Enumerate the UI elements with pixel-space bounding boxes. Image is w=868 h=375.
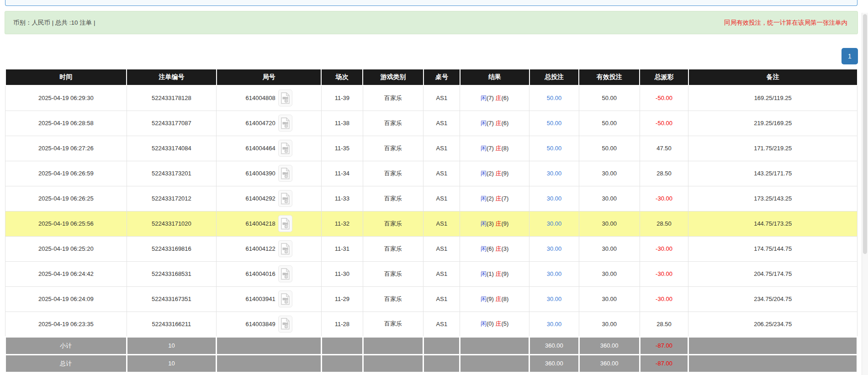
video-replay-button[interactable]	[278, 90, 292, 106]
total-bet-link[interactable]: 30.00	[547, 321, 562, 327]
cell-time: 2025-04-19 06:29:30	[5, 85, 127, 111]
cell-payout: 28.50	[640, 211, 688, 236]
video-replay-button[interactable]	[278, 190, 292, 207]
round-number: 614003849	[246, 321, 275, 327]
video-replay-button[interactable]	[278, 215, 292, 232]
video-replay-button[interactable]	[278, 240, 292, 257]
cell-session: 11-34	[321, 161, 363, 186]
cell-game-type: 百家乐	[363, 136, 423, 161]
total-bet-link[interactable]: 30.00	[547, 195, 562, 202]
column-header-round: 局号	[217, 69, 322, 85]
subtotal-total-bet: 360.00	[529, 337, 579, 354]
summary-bar: 币别：人民币 | 总共 :10 注单 | 同局有效投注，统一计算在该局第一张注单…	[5, 11, 858, 34]
cell-payout: -30.00	[640, 261, 688, 286]
cell-round: 614003849	[217, 312, 322, 337]
subtotal-label: 小计	[5, 337, 127, 354]
scrollbar-thumb[interactable]	[863, 14, 867, 254]
cell-session: 11-33	[321, 186, 363, 211]
subtotal-payout: -87.00	[640, 337, 688, 354]
player-label: 闲	[481, 145, 487, 152]
video-file-icon	[281, 143, 290, 154]
cell-round: 614004720	[217, 111, 322, 136]
player-label: 闲	[481, 195, 487, 202]
column-header-table-no: 桌号	[423, 69, 460, 85]
player-label: 闲	[481, 245, 487, 252]
cell-result: 闲(7) 庄(6)	[460, 85, 529, 111]
video-replay-button[interactable]	[278, 165, 292, 182]
total-payout: -87.00	[640, 354, 688, 372]
total-bet-link[interactable]: 30.00	[547, 220, 562, 227]
total-bet-link[interactable]: 30.00	[547, 270, 562, 277]
total-bet-link[interactable]: 50.00	[547, 95, 562, 101]
cell-total-bet: 50.00	[529, 111, 579, 136]
video-replay-button[interactable]	[278, 115, 292, 132]
total-bet-link[interactable]: 50.00	[547, 120, 562, 127]
total-bet-link[interactable]: 30.00	[547, 170, 562, 177]
player-label: 闲	[481, 120, 487, 127]
banker-label: 庄	[496, 296, 502, 302]
cell-total-bet: 30.00	[529, 161, 579, 186]
round-number: 614004016	[246, 270, 275, 277]
cell-session: 11-30	[321, 261, 363, 286]
cell-valid-bet: 50.00	[579, 85, 640, 111]
table-row: 2025-04-19 06:25:56 522433171020 6140042…	[5, 211, 857, 236]
cell-bet-id: 522433178128	[127, 85, 217, 111]
cell-valid-bet: 30.00	[579, 186, 640, 211]
cell-time: 2025-04-19 06:24:42	[5, 261, 127, 286]
banker-label: 庄	[496, 95, 502, 101]
cell-total-bet: 30.00	[529, 236, 579, 261]
cell-remark: 174.75/144.75	[688, 236, 857, 261]
cell-time: 2025-04-19 06:27:26	[5, 136, 127, 161]
total-bet-link[interactable]: 30.00	[547, 245, 562, 252]
video-replay-button[interactable]	[278, 316, 292, 333]
video-replay-button[interactable]	[278, 140, 292, 157]
cell-result: 闲(9) 庄(8)	[460, 286, 529, 312]
player-label: 闲	[481, 270, 487, 277]
summary-text: 币别：人民币 | 总共 :10 注单 |	[13, 19, 95, 27]
cell-session: 11-38	[321, 111, 363, 136]
pagination: 1	[5, 48, 858, 64]
cell-remark: 169.25/119.25	[688, 85, 857, 111]
cell-game-type: 百家乐	[363, 286, 423, 312]
video-replay-button[interactable]	[278, 290, 292, 307]
table-row: 2025-04-19 06:26:25 522433172012 6140042…	[5, 186, 857, 211]
cell-bet-id: 522433172012	[127, 186, 217, 211]
cell-session: 11-39	[321, 85, 363, 111]
round-number: 614003941	[246, 296, 275, 302]
video-replay-button[interactable]	[278, 265, 292, 282]
cell-valid-bet: 30.00	[579, 236, 640, 261]
pagination-page-1[interactable]: 1	[842, 48, 858, 64]
cell-remark: 143.25/171.75	[688, 161, 857, 186]
table-row: 2025-04-19 06:29:30 522433178128 6140048…	[5, 85, 857, 111]
total-bet-link[interactable]: 50.00	[547, 145, 562, 152]
cell-round: 614004464	[217, 136, 322, 161]
cell-round: 614004292	[217, 186, 322, 211]
cell-remark: 173.25/143.25	[688, 186, 857, 211]
cell-remark: 171.75/219.25	[688, 136, 857, 161]
column-header-game-type: 游戏类别	[363, 69, 423, 85]
cell-bet-id: 522433173201	[127, 161, 217, 186]
cell-payout: -50.00	[640, 111, 688, 136]
column-header-payout: 总派彩	[640, 69, 688, 85]
cell-round: 614004390	[217, 161, 322, 186]
note-text: 同局有效投注，统一计算在该局第一张注单内	[724, 19, 847, 27]
cell-remark: 144.75/173.25	[688, 211, 857, 236]
vertical-scrollbar[interactable]	[862, 13, 868, 375]
cell-time: 2025-04-19 06:28:58	[5, 111, 127, 136]
video-file-icon	[281, 117, 290, 129]
round-number: 614004808	[246, 95, 275, 101]
cell-bet-id: 522433168531	[127, 261, 217, 286]
banker-label: 庄	[496, 270, 502, 277]
cell-game-type: 百家乐	[363, 236, 423, 261]
banker-score: (9)	[502, 170, 509, 177]
top-panel-edge	[5, 0, 857, 6]
total-bet-link[interactable]: 30.00	[547, 296, 562, 302]
round-number: 614004464	[246, 145, 275, 152]
round-number: 614004720	[246, 120, 275, 127]
cell-result: 闲(1) 庄(9)	[460, 261, 529, 286]
cell-bet-id: 522433166211	[127, 312, 217, 337]
player-score: (9)	[487, 296, 494, 302]
player-score: (6)	[487, 245, 494, 252]
cell-table-no: AS1	[423, 111, 460, 136]
cell-bet-id: 522433177087	[127, 111, 217, 136]
